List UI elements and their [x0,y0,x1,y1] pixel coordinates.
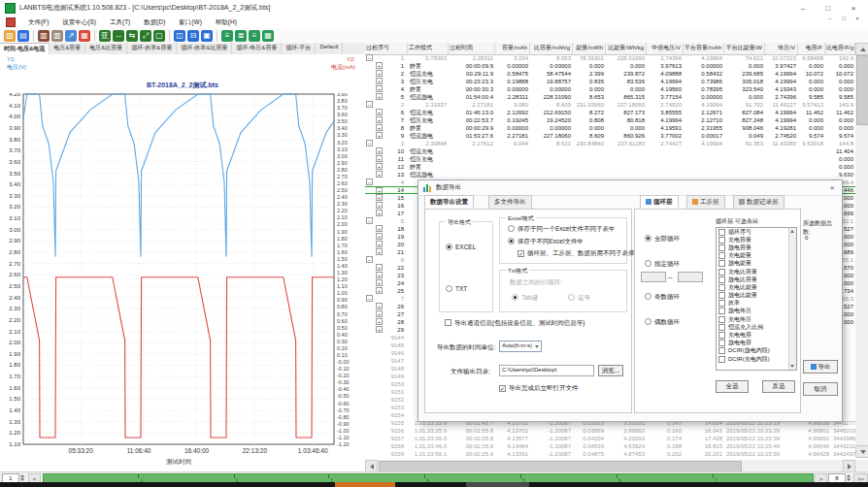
zoom-horizontal-icon[interactable]: ↔ [113,30,124,42]
column-header-4[interactable]: 比容量/mAh/g [530,43,573,54]
menu-item-3[interactable]: 数据(D) [137,16,172,28]
expand-icon[interactable]: + [376,272,383,278]
expand-icon[interactable]: + [376,241,383,247]
scroll-down-icon[interactable] [855,445,868,458]
menu-item-4[interactable]: 窗口(W) [172,16,208,28]
tab-record-layer[interactable]: 数据记录层 [733,195,785,209]
radio-diff-excel-file[interactable]: 保存于不同Excel文件中 [508,238,584,246]
table-vscrollbar[interactable] [855,43,868,458]
cycle-range-end-input[interactable] [678,272,703,282]
column-header-12[interactable]: 比电容/F/g [825,43,855,54]
select-all-button[interactable]: 全选 [716,380,749,393]
cycle-row[interactable]: −22.319372.271819.0808.609231.93660227.1… [365,101,855,109]
scroll-left-icon[interactable] [365,460,378,471]
open-file-icon[interactable]: ▨ [4,30,16,42]
expand-icon[interactable]: + [376,70,383,77]
step-row[interactable]: +3恒压充电00:23:23.30.1988819.887570.83583.5… [365,78,855,85]
tab-multi-file-export[interactable]: 多文件导出 [488,195,532,209]
item-checkbox[interactable] [718,244,725,251]
radio-even-cycles[interactable]: 偶数循环 [645,318,680,327]
collapse-icon[interactable]: − [366,140,373,146]
collapse-icon[interactable]: − [366,295,373,302]
vscroll-thumb[interactable] [856,55,868,125]
check-separate-sheets[interactable]: 循环层、工步层、数据层用不同子表保存 [517,249,641,258]
expand-icon[interactable]: + [376,264,383,271]
dialog-title-bar[interactable]: 数据导出 [418,180,842,196]
tab-cycle-layer[interactable]: 循环层 [640,195,679,209]
chart-tab-0[interactable]: 时间-电压&电流 [0,43,50,54]
radio-tab-separator[interactable]: Tab键 [512,294,538,303]
region-select-icon[interactable]: ▢ [153,30,165,42]
menu-item-5[interactable]: 帮助(H) [209,16,244,28]
record-row[interactable]: 91591.01:23:56.100:02:25.94.13391-1.2008… [365,450,868,458]
report-table-icon[interactable]: ▦ [79,30,90,42]
expand-icon[interactable]: + [376,78,383,84]
child-close-button[interactable]: × [851,16,864,21]
menu-item-2[interactable]: 工具(T) [103,16,137,28]
invert-selection-button[interactable]: 反选 [762,380,795,393]
step-row[interactable]: +10恒流充电11.404 [365,147,855,155]
save-icon[interactable]: ▤ [17,30,29,42]
taskbar-app-segment[interactable] [335,482,395,487]
column-header-10[interactable]: 终压/V [765,43,798,54]
list-view-icon[interactable]: ≡ [221,30,233,42]
expand-icon[interactable]: + [376,187,383,193]
column-header-1[interactable]: 工作模式 [408,43,449,54]
step-row[interactable]: +8静置00:00:29.90.000000.000000.0000.0004.… [365,124,855,132]
record-row[interactable]: 91571.01:23:36.000:02:05.84.13577-1.2008… [365,435,868,442]
end-page-spinner[interactable] [845,473,851,482]
radio-same-excel-file[interactable]: 保存于同一个Excel文件不同子表中 [508,225,615,234]
chart-tab-4[interactable]: 循环-效率&比容量 [177,43,232,54]
expand-icon[interactable]: + [376,147,383,154]
column-header-7[interactable]: 中值电压/V [647,43,684,54]
split-axis-icon[interactable]: ⇆ [126,30,138,42]
expand-icon[interactable]: + [376,194,383,201]
check-open-after-export[interactable]: 导出完成后立即打开文件 [499,384,579,393]
expand-icon[interactable]: + [376,287,383,294]
column-header-3[interactable]: 容量/mAh [495,43,530,54]
tab-step-layer[interactable]: 工步层 [686,195,725,209]
step-row[interactable]: +5恒流放电01:54:00.42.28311228.310908.653865… [365,93,855,101]
item-checkbox[interactable] [718,237,725,244]
collapse-icon[interactable]: − [366,217,373,224]
item-checkbox[interactable] [718,229,725,236]
expand-icon[interactable]: + [376,109,383,115]
hscroll-thumb[interactable] [379,461,742,471]
chart-tab-3[interactable]: 循环-效率&容量 [127,43,177,54]
column-header-5[interactable]: 能量/mWh [573,43,606,54]
expand-icon[interactable]: + [376,248,383,255]
radio-comma-separator[interactable]: 逗号 [568,294,590,303]
maximize-button[interactable]: □ [816,1,841,15]
cascade-windows-icon[interactable]: ▣ [201,30,213,42]
expand-icon[interactable]: + [376,93,383,100]
output-dir-input[interactable]: C:\Users\pc\Desktop\ [499,365,594,376]
radio-excel[interactable]: EXCEL [446,244,476,250]
menu-item-1[interactable]: 设置中心(S) [55,16,103,28]
radio-all-cycles[interactable]: 全部循环 [645,235,680,244]
time-unit-select[interactable]: Auto(h:m:s) [499,341,542,352]
step-row[interactable]: +4静置00:00:30.30.000000.000000.0000.0004.… [365,85,855,93]
expand-icon[interactable]: + [376,326,383,333]
item-checkbox[interactable] [718,308,725,314]
cycle-row[interactable]: −10.783632.283113.2348.65378.36301228.31… [365,54,855,62]
item-checkbox[interactable] [718,292,725,299]
expand-icon[interactable]: + [376,85,383,92]
cycle-item-16[interactable]: DCIR(充电内阻) [717,355,796,363]
detail-view-icon[interactable]: ≣ [235,30,247,42]
expand-icon[interactable]: + [376,202,383,209]
step-row[interactable]: +11恒压充电0.000 [365,155,855,163]
zoom-fit-icon[interactable]: ⤢ [140,30,151,42]
taskbar-app-segment[interactable] [466,482,529,487]
step-row[interactable]: +2恒流充电00:29:11.90.5847558.475442.399239.… [365,70,855,78]
cycle-items-list[interactable]: 循环序号充电容量放电容量充电能量放电能量充电比容量放电比容量充电比能量放电比能量… [716,227,797,371]
expand-icon[interactable]: + [376,279,383,286]
close-button[interactable]: × [841,1,866,15]
radio-specified-cycles[interactable]: 指定循环 [645,260,680,269]
item-checkbox[interactable] [718,252,725,259]
grid-view-icon[interactable]: ▦ [262,30,274,42]
expand-icon[interactable]: + [376,171,383,178]
cycle-row[interactable]: −32.308482.276129.0448.621230.84840227.6… [365,140,855,147]
column-header-6[interactable]: 比能量/Wh/kg [606,43,647,54]
column-header-2[interactable]: 过程时间 [449,43,495,54]
expand-icon[interactable]: + [376,210,383,216]
